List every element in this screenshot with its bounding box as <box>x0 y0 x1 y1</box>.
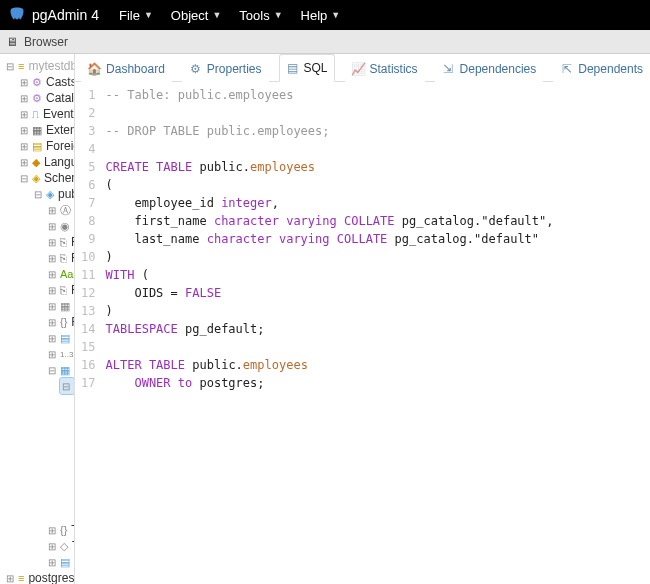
tab-dependents[interactable]: ⇱Dependents <box>553 55 650 82</box>
tree-event-triggers[interactable]: ⊞⎍Event Triggers <box>18 106 74 122</box>
tree-schemas[interactable]: ⊟◈Schemas (1) <box>18 170 74 186</box>
types-icon: ◇ <box>60 539 68 553</box>
tree-fts-config[interactable]: ⊞⎘FTS Configurations <box>46 234 74 250</box>
tree-table-employees[interactable]: ⊟▦employees <box>60 378 74 394</box>
expand-icon[interactable]: ⊞ <box>48 205 56 216</box>
dependencies-icon: ⇲ <box>442 63 455 76</box>
languages-icon: ◆ <box>32 155 40 169</box>
sequences-icon: 1..3 <box>60 347 73 361</box>
matview-icon: ▤ <box>60 331 70 345</box>
properties-icon: ⚙ <box>189 63 202 76</box>
content-panel: 🏠Dashboard ⚙Properties ▤SQL 📈Statistics … <box>75 54 650 584</box>
expand-icon[interactable]: ⊞ <box>48 221 56 232</box>
expand-icon[interactable]: ⊞ <box>48 541 56 552</box>
expand-icon[interactable]: ⊞ <box>20 125 28 136</box>
main-menu: File▼ Object▼ Tools▼ Help▼ <box>119 8 340 23</box>
tree-db-postgres[interactable]: ⊞≡postgres <box>4 570 74 584</box>
caret-down-icon: ▼ <box>212 10 221 20</box>
caret-down-icon: ▼ <box>274 10 283 20</box>
expand-icon[interactable]: ⊞ <box>48 557 56 568</box>
tab-dashboard[interactable]: 🏠Dashboard <box>81 55 172 82</box>
caret-down-icon: ▼ <box>331 10 340 20</box>
catalogs-icon: ⚙ <box>32 91 42 105</box>
schemas-icon: ◈ <box>32 171 40 185</box>
collations-icon: Ⓐ <box>60 203 71 217</box>
expand-icon[interactable]: ⊞ <box>48 285 56 296</box>
menu-file[interactable]: File▼ <box>119 8 153 23</box>
extensions-icon: ▦ <box>32 123 42 137</box>
expand-icon[interactable]: ⊞ <box>48 349 56 360</box>
sql-editor[interactable]: 1234567891011121314151617 -- Table: publ… <box>75 82 650 392</box>
expand-icon[interactable]: ⊞ <box>20 157 28 168</box>
browser-label: Browser <box>24 35 68 49</box>
tree-languages[interactable]: ⊞◆Languages <box>18 154 74 170</box>
object-tree[interactable]: ⊟≡mytestdb ⊞⚙Casts ⊞⚙Catalogs ⊞⎍Event Tr… <box>0 54 75 584</box>
elephant-icon <box>8 6 26 24</box>
collapse-icon[interactable]: ⊟ <box>48 365 56 376</box>
menu-tools[interactable]: Tools▼ <box>239 8 282 23</box>
tab-dependencies[interactable]: ⇲Dependencies <box>435 55 544 82</box>
database-icon: ≡ <box>18 59 24 73</box>
expand-icon[interactable]: ⊞ <box>48 301 56 312</box>
tree-domains[interactable]: ⊞◉Domains <box>46 218 74 234</box>
database-icon: ≡ <box>18 571 24 584</box>
sql-code[interactable]: -- Table: public.employees -- DROP TABLE… <box>106 86 554 392</box>
sql-icon: ▤ <box>286 62 299 75</box>
fts-template-icon: ⎘ <box>60 283 67 297</box>
expand-icon[interactable]: ⊞ <box>48 525 56 536</box>
tree-schema-public[interactable]: ⊟◈public <box>32 186 74 202</box>
foreign-tables-icon: ▦ <box>60 299 70 313</box>
statistics-icon: 📈 <box>352 63 365 76</box>
tree-views[interactable]: ⊞▤Views <box>46 554 74 570</box>
collapse-icon[interactable]: ⊟ <box>20 173 28 184</box>
expand-icon[interactable]: ⊞ <box>48 253 56 264</box>
collapse-icon[interactable]: ⊟ <box>34 189 42 200</box>
tree-catalogs[interactable]: ⊞⚙Catalogs <box>18 90 74 106</box>
tree-tables[interactable]: ⊟▦Tables (1) <box>46 362 74 378</box>
tab-properties[interactable]: ⚙Properties <box>182 55 269 82</box>
tree-sequences[interactable]: ⊞1..3Sequences <box>46 346 74 362</box>
tree-casts[interactable]: ⊞⚙Casts <box>18 74 74 90</box>
dependents-icon: ⇱ <box>560 63 573 76</box>
expand-icon[interactable]: ⊞ <box>48 269 56 280</box>
tree-extensions[interactable]: ⊞▦Extensions <box>18 122 74 138</box>
expand-icon[interactable]: ⊞ <box>6 573 14 584</box>
expand-icon[interactable]: ⊞ <box>48 237 56 248</box>
schema-icon: ◈ <box>46 187 54 201</box>
functions-icon: {} <box>60 315 67 329</box>
tree-collations[interactable]: ⊞ⒶCollations <box>46 202 74 218</box>
fts-config-icon: ⎘ <box>60 235 67 249</box>
fts-dict-icon: ⎘ <box>60 251 67 265</box>
expand-icon[interactable]: ⊞ <box>48 317 56 328</box>
menu-object[interactable]: Object▼ <box>171 8 222 23</box>
tree-types[interactable]: ⊞◇Types <box>46 538 74 554</box>
menu-help[interactable]: Help▼ <box>301 8 341 23</box>
content-tabs: 🏠Dashboard ⚙Properties ▤SQL 📈Statistics … <box>75 54 650 82</box>
collapse-icon[interactable]: ⊟ <box>6 61 14 72</box>
tree-db-mytestdb[interactable]: ⊟≡mytestdb <box>4 58 74 74</box>
tree-fdw[interactable]: ⊞▤Foreign Data Wrappers <box>18 138 74 154</box>
fts-parser-icon: Aa <box>60 267 73 281</box>
casts-icon: ⚙ <box>32 75 42 89</box>
event-trigger-icon: ⎍ <box>32 107 39 121</box>
expand-icon[interactable]: ⊞ <box>20 109 28 120</box>
fdw-icon: ▤ <box>32 139 42 153</box>
expand-icon[interactable]: ⊞ <box>20 141 28 152</box>
tab-sql[interactable]: ▤SQL <box>279 54 335 82</box>
line-gutter: 1234567891011121314151617 <box>75 86 105 392</box>
tab-statistics[interactable]: 📈Statistics <box>345 55 425 82</box>
expand-icon[interactable]: ⊞ <box>48 333 56 344</box>
tree-matviews[interactable]: ⊞▤Materialized Views <box>46 330 74 346</box>
tree-fts-templates[interactable]: ⊞⎘FTS Templates <box>46 282 74 298</box>
dashboard-icon: 🏠 <box>88 63 101 76</box>
tree-functions[interactable]: ⊞{}Functions <box>46 314 74 330</box>
tree-foreign-tables[interactable]: ⊞▦Foreign Tables <box>46 298 74 314</box>
tree-trigger-functions[interactable]: ⊞{}Trigger Functions <box>46 522 74 538</box>
expand-icon[interactable]: ⊞ <box>20 93 28 104</box>
expand-icon[interactable]: ⊞ <box>20 77 28 88</box>
browser-panel-header: 🖥 Browser <box>0 30 650 54</box>
app-name: pgAdmin 4 <box>32 7 99 23</box>
tree-fts-dict[interactable]: ⊞⎘FTS Dictionaries <box>46 250 74 266</box>
tree-fts-parsers[interactable]: ⊞AaFTS Parsers <box>46 266 74 282</box>
collapse-icon[interactable]: ⊟ <box>62 381 70 392</box>
